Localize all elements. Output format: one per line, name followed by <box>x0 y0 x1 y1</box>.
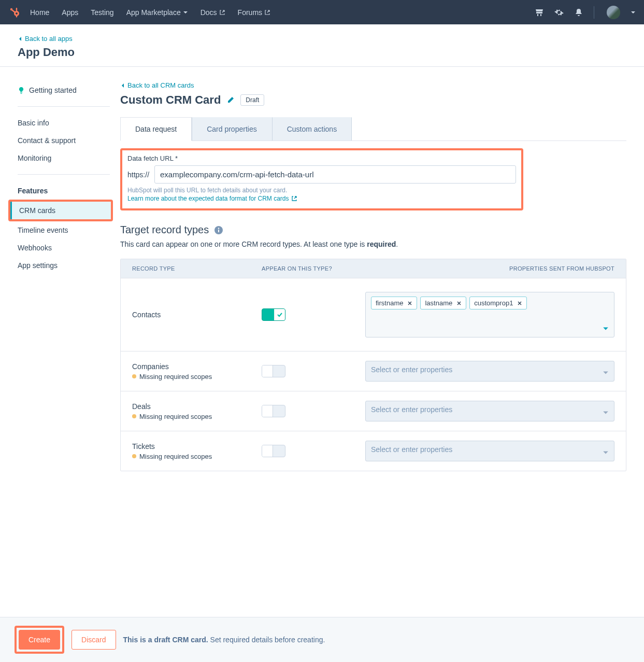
dropdown-caret-icon <box>603 370 609 376</box>
account-menu-caret[interactable] <box>631 10 636 15</box>
record-types-table: RECORD TYPE APPEAR ON THIS TYPE? PROPERT… <box>120 259 626 471</box>
bell-icon[interactable] <box>574 8 583 17</box>
sidebar-contact-support[interactable]: Contact & support <box>18 132 120 149</box>
page-title: App Demo <box>18 46 626 59</box>
properties-select-contacts[interactable]: firstname lastname customprop1 <box>365 292 614 337</box>
back-link-label: Back to all CRM cards <box>127 81 194 89</box>
nav-apps[interactable]: Apps <box>62 8 78 17</box>
info-icon <box>214 226 223 235</box>
tabs: Data request Card properties Custom acti… <box>120 117 626 141</box>
edit-title-button[interactable] <box>227 96 234 104</box>
chevron-left-icon <box>18 36 23 41</box>
highlight-crm-cards: CRM cards <box>8 200 113 221</box>
divider <box>18 174 110 175</box>
table-header: RECORD TYPE APPEAR ON THIS TYPE? PROPERT… <box>121 259 626 278</box>
nav-home[interactable]: Home <box>30 8 49 17</box>
tab-data-request[interactable]: Data request <box>120 117 192 141</box>
placeholder-text: Select or enter properties <box>371 445 452 454</box>
remove-tag-button[interactable] <box>407 301 412 306</box>
main-content: Back to all CRM cards Custom CRM Card Dr… <box>120 67 644 471</box>
sidebar-basic-info[interactable]: Basic info <box>18 114 120 132</box>
warning-dot-icon <box>132 414 136 418</box>
sidebar-app-settings[interactable]: App settings <box>18 257 120 274</box>
scope-warning: Missing required scopes <box>132 413 262 420</box>
nav-testing[interactable]: Testing <box>91 8 113 17</box>
page-header: Back to all apps App Demo <box>0 24 644 67</box>
scope-warning: Missing required scopes <box>132 453 262 460</box>
col-record-type: RECORD TYPE <box>132 265 262 272</box>
appear-toggle-tickets[interactable] <box>262 445 285 457</box>
avatar[interactable] <box>607 6 620 19</box>
placeholder-text: Select or enter properties <box>371 365 452 374</box>
sidebar-timeline-events[interactable]: Timeline events <box>18 221 120 239</box>
property-tag: customprop1 <box>469 297 527 309</box>
section-description: This card can appear on one or more CRM … <box>120 240 626 248</box>
properties-select-companies: Select or enter properties <box>365 361 614 382</box>
table-row-companies: Companies Missing required scopes Select… <box>121 351 626 391</box>
nav-docs[interactable]: Docs <box>201 8 225 17</box>
crm-card-title: Custom CRM Card <box>120 93 221 107</box>
svg-rect-4 <box>16 16 17 18</box>
back-to-all-apps-link[interactable]: Back to all apps <box>18 35 626 43</box>
pencil-icon <box>227 96 234 104</box>
nav-app-marketplace[interactable]: App Marketplace <box>126 8 188 17</box>
url-prefix: https:// <box>127 171 149 179</box>
back-to-crm-cards-link[interactable]: Back to all CRM cards <box>120 81 626 89</box>
warning-dot-icon <box>132 374 136 378</box>
top-nav: Home Apps Testing App Marketplace Docs F… <box>0 0 644 24</box>
placeholder-text: Select or enter properties <box>371 405 452 414</box>
gear-icon[interactable] <box>554 8 564 17</box>
table-row-contacts: Contacts firstname lastname customprop1 <box>121 278 626 351</box>
check-icon <box>277 312 283 318</box>
warning-dot-icon <box>132 454 136 458</box>
sidebar: Getting started Basic info Contact & sup… <box>0 67 120 471</box>
appear-toggle-deals[interactable] <box>262 405 285 417</box>
sidebar-webhooks[interactable]: Webhooks <box>18 239 120 257</box>
remove-tag-button[interactable] <box>456 301 462 306</box>
appear-toggle-companies[interactable] <box>262 365 285 377</box>
property-tag: lastname <box>420 297 466 309</box>
data-fetch-url-input[interactable] <box>154 165 516 184</box>
appear-toggle-contacts[interactable] <box>262 308 285 321</box>
properties-select-tickets: Select or enter properties <box>365 441 614 461</box>
chevron-left-icon <box>120 83 125 88</box>
sidebar-monitoring[interactable]: Monitoring <box>18 149 120 167</box>
svg-point-7 <box>218 228 219 229</box>
external-link-icon <box>291 195 297 202</box>
section-title: Target record types <box>120 224 209 236</box>
col-appear: APPEAR ON THIS TYPE? <box>262 265 365 272</box>
back-link-label: Back to all apps <box>25 35 73 43</box>
fetch-url-help-text: HubSpot will poll this URL to fetch deta… <box>127 187 516 194</box>
hubspot-logo-icon <box>8 6 21 19</box>
dropdown-caret-icon <box>603 410 609 416</box>
col-properties: PROPERTIES SENT FROM HUBSPOT <box>365 265 614 272</box>
tab-card-properties[interactable]: Card properties <box>192 117 272 140</box>
chevron-down-icon <box>183 10 188 15</box>
sidebar-crm-cards[interactable]: CRM cards <box>10 202 111 219</box>
divider <box>18 106 110 107</box>
dropdown-caret-icon <box>603 449 609 456</box>
remove-tag-button[interactable] <box>517 301 522 306</box>
record-type-name: Companies <box>132 362 262 371</box>
data-fetch-url-label: Data fetch URL * <box>127 154 516 162</box>
svg-rect-6 <box>218 230 219 232</box>
nav-divider <box>594 6 594 19</box>
external-link-icon <box>264 9 270 16</box>
table-row-deals: Deals Missing required scopes Select or … <box>121 391 626 431</box>
record-type-name: Deals <box>132 402 262 411</box>
lightbulb-icon <box>18 87 25 94</box>
properties-select-deals: Select or enter properties <box>365 401 614 421</box>
learn-more-link[interactable]: Learn more about the expected data forma… <box>127 195 297 202</box>
target-record-types-section: Target record types This card can appear… <box>120 224 626 471</box>
draft-badge: Draft <box>240 94 264 106</box>
scope-warning: Missing required scopes <box>132 373 262 381</box>
info-tooltip-button[interactable] <box>214 226 223 235</box>
highlight-data-fetch-url: Data fetch URL * https:// HubSpot will p… <box>120 148 523 210</box>
marketplace-icon[interactable] <box>535 8 544 17</box>
dropdown-caret-icon <box>603 326 609 332</box>
svg-rect-3 <box>16 8 17 11</box>
tab-custom-actions[interactable]: Custom actions <box>272 117 352 140</box>
svg-point-2 <box>16 12 18 15</box>
nav-forums[interactable]: Forums <box>238 8 270 17</box>
sidebar-getting-started[interactable]: Getting started <box>18 81 120 99</box>
